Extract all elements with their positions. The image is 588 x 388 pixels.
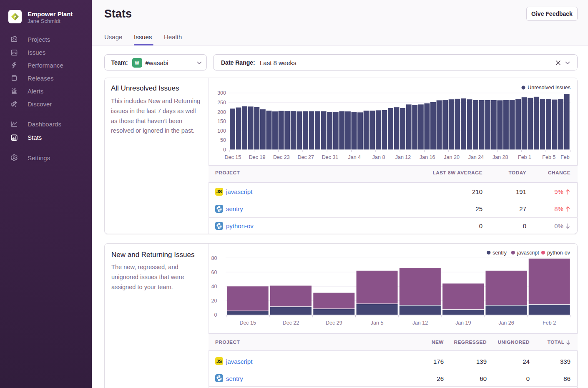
svg-text:Dec 19: Dec 19 — [249, 154, 266, 160]
svg-text:Jan 4: Jan 4 — [348, 154, 361, 160]
svg-text:Dec 31: Dec 31 — [322, 154, 339, 160]
svg-text:Dec 22: Dec 22 — [283, 320, 299, 326]
svg-text:Dec 23: Dec 23 — [273, 154, 290, 160]
svg-text:250: 250 — [217, 100, 226, 106]
svg-text:Jan 12: Jan 12 — [412, 320, 428, 326]
svg-text:Dec 27: Dec 27 — [297, 154, 314, 160]
svg-text:Feb 2: Feb 2 — [543, 320, 556, 326]
svg-text:Jan 8: Jan 8 — [372, 154, 385, 160]
svg-text:Jan 26: Jan 26 — [498, 320, 514, 326]
svg-text:javascript: javascript — [517, 250, 539, 256]
svg-text:200: 200 — [217, 109, 226, 115]
svg-text:Jan 19: Jan 19 — [455, 320, 471, 326]
svg-text:20: 20 — [211, 298, 217, 304]
svg-text:Jan 20: Jan 20 — [444, 154, 460, 160]
svg-text:50: 50 — [220, 137, 226, 143]
svg-text:100: 100 — [217, 128, 226, 134]
svg-text:Jan 24: Jan 24 — [468, 154, 484, 160]
svg-text:Unresolved Issues: Unresolved Issues — [528, 85, 570, 91]
svg-text:0: 0 — [214, 312, 217, 318]
svg-text:80: 80 — [211, 255, 217, 261]
svg-text:Jan 12: Jan 12 — [395, 154, 411, 160]
svg-text:sentry: sentry — [493, 250, 507, 256]
svg-text:Dec 15: Dec 15 — [239, 320, 256, 326]
svg-text:60: 60 — [211, 270, 217, 275]
svg-text:Feb 5: Feb 5 — [542, 154, 555, 160]
svg-text:Jan 28: Jan 28 — [493, 154, 508, 160]
svg-text:Feb: Feb — [560, 154, 570, 160]
svg-text:Dec 29: Dec 29 — [326, 320, 342, 326]
svg-text:Dec 15: Dec 15 — [224, 154, 241, 160]
svg-text:150: 150 — [217, 118, 226, 124]
svg-text:40: 40 — [211, 284, 217, 290]
svg-text:python-ov: python-ov — [547, 250, 570, 256]
svg-text:Jan 5: Jan 5 — [371, 320, 384, 326]
svg-text:Feb 1: Feb 1 — [518, 154, 531, 160]
svg-text:0: 0 — [223, 147, 226, 153]
svg-text:Jan 16: Jan 16 — [420, 154, 435, 160]
svg-text:300: 300 — [217, 90, 226, 96]
